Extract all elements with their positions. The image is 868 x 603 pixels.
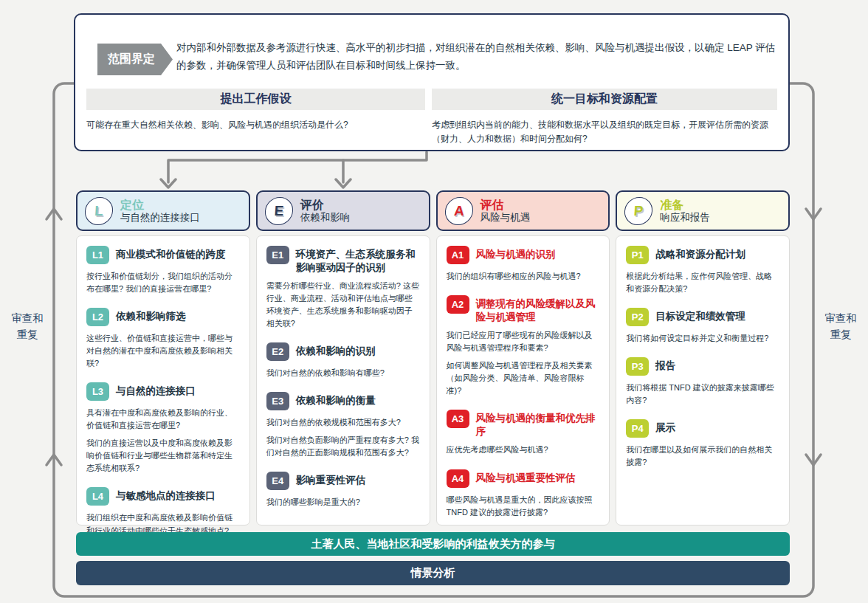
- task-card: L2 依赖和影响筛选 这些行业、价值链和直接运营中，哪些与对自然的潜在中度和高度…: [86, 308, 240, 370]
- task-title: 目标设定和绩效管理: [655, 308, 745, 323]
- task-code-badge: P4: [626, 419, 649, 438]
- task-head: L2 依赖和影响筛选: [86, 308, 240, 326]
- task-head: E3 依赖和影响的衡量: [266, 392, 420, 410]
- task-question: 我们将根据 TNFD 建议的披露来披露哪些内容?: [626, 382, 779, 407]
- task-title: 风险与机遇的识别: [476, 246, 556, 261]
- assess-icon: A: [444, 197, 474, 225]
- prepare-header: P 准备 响应和报告: [616, 190, 790, 231]
- column-subtitle: 与自然的连接接口: [120, 212, 200, 224]
- column-subtitle: 依赖和影响: [300, 212, 351, 224]
- task-card: A4 风险与机遇重要性评估 哪些风险与机遇是重大的，因此应该按照 TNFD 建议…: [447, 469, 600, 519]
- task-question: 应优先考虑哪些风险与机遇?: [447, 444, 600, 456]
- task-head: E4 影响重要性评估: [266, 472, 420, 490]
- task-question: 哪些风险与机遇是重大的，因此应该按照 TNFD 建议的披露进行披露?: [447, 494, 600, 519]
- task-title: 展示: [655, 419, 675, 435]
- task-head: P2 目标设定和绩效管理: [626, 308, 779, 326]
- column-title: 评估: [480, 198, 531, 212]
- task-head: P4 展示: [626, 419, 779, 438]
- leap-columns: L 定位 与自然的连接接口 L1 商业模式和价值链的跨度 按行业和价值链划分，我…: [76, 190, 790, 526]
- task-title: 依赖和影响筛选: [116, 308, 186, 323]
- task-card: L1 商业模式和价值链的跨度 按行业和价值链划分，我们组织的活动分布在哪里? 我…: [86, 246, 240, 295]
- task-question: 我们的直接运营以及中度和高度依赖及影响价值链和行业与哪些生物群落和特定生态系统相…: [86, 437, 240, 475]
- task-card: P2 目标设定和绩效管理 我们将如何设定目标并定义和衡量过程?: [626, 308, 779, 345]
- alignment-question: 考虑到组织内当前的能力、技能和数据水平以及组织的既定目标，开展评估所需的资源（财…: [432, 118, 779, 145]
- task-code-badge: E1: [266, 246, 289, 264]
- task-card: P3 报告 我们将根据 TNFD 建议的披露来披露哪些内容?: [626, 357, 779, 407]
- hypothesis-header: 提出工作假设: [86, 89, 425, 110]
- locate-card: L1 商业模式和价值链的跨度 按行业和价值链划分，我们组织的活动分布在哪里? 我…: [76, 235, 250, 526]
- task-card: A3 风险与机遇的衡量和优先排序 应优先考虑哪些风险与机遇?: [447, 410, 600, 456]
- task-title: 风险与机遇的衡量和优先排序: [476, 410, 600, 438]
- task-code-badge: L3: [86, 382, 109, 401]
- task-question: 我们对自然负面影响的严重程度有多大? 我们对自然的正面影响规模和范围有多大?: [266, 434, 420, 459]
- task-title: 调整现有的风险缓解以及风险与机遇管理: [476, 295, 600, 323]
- task-question: 具有潜在中度和高度依赖及影响的行业、价值链和直接运营在哪里?: [86, 407, 240, 432]
- locate-header: L 定位 与自然的连接接口: [76, 190, 250, 231]
- task-code-badge: P2: [626, 308, 649, 326]
- task-head: A1 风险与机遇的识别: [447, 246, 600, 264]
- task-title: 依赖和影响的衡量: [296, 392, 376, 407]
- task-title: 环境资产、生态系统服务和影响驱动因子的识别: [296, 246, 420, 274]
- scoping-box: 范围界定 对内部和外部数据及参考源进行快速、高水平的初步扫描，对组织潜在的自然相…: [74, 13, 790, 151]
- evaluate-header: E 评价 依赖和影响: [256, 190, 430, 231]
- column-subtitle: 风险与机遇: [480, 212, 531, 224]
- task-title: 与敏感地点的连接接口: [116, 487, 216, 503]
- task-code-badge: A4: [447, 469, 469, 488]
- column-assess: A 评估 风险与机遇 A1 风险与机遇的识别 我们的组织有哪些相应的风险与机遇?…: [436, 190, 610, 526]
- task-head: A4 风险与机遇重要性评估: [447, 469, 600, 488]
- task-code-badge: L1: [86, 246, 109, 264]
- column-title: 定位: [120, 198, 200, 212]
- task-head: L3 与自然的连接接口: [86, 382, 240, 401]
- leap-framework-diagram: { "palette":{ "text":"#253746", "border_…: [0, 0, 868, 603]
- scoping-description: 对内部和外部数据及参考源进行快速、高水平的初步扫描，对组织潜在的自然相关依赖、影…: [176, 39, 780, 74]
- task-question: 这些行业、价值链和直接运营中，哪些与对自然的潜在中度和高度依赖及影响相关联?: [86, 332, 240, 370]
- task-head: A3 风险与机遇的衡量和优先排序: [447, 410, 600, 438]
- task-title: 依赖和影响的识别: [296, 342, 376, 358]
- task-card: A2 调整现有的风险缓解以及风险与机遇管理 我们已经应用了哪些现有的风险缓解以及…: [447, 295, 600, 397]
- scoping-connector: [168, 152, 427, 182]
- task-head: E1 环境资产、生态系统服务和影响驱动因子的识别: [266, 246, 420, 274]
- assess-header: A 评估 风险与机遇: [436, 190, 610, 231]
- review-repeat-label-right: 审查和 重复: [818, 311, 864, 343]
- scenario-analysis-banner: 情景分析: [76, 561, 790, 585]
- column-locate: L 定位 与自然的连接接口 L1 商业模式和价值链的跨度 按行业和价值链划分，我…: [76, 190, 250, 526]
- task-question: 我们在哪里以及如何展示我们的自然相关披露?: [626, 444, 779, 469]
- alignment-header: 统一目标和资源配置: [432, 89, 777, 110]
- column-title: 准备: [660, 198, 710, 212]
- task-head: E2 依赖和影响的识别: [266, 342, 420, 361]
- column-subtitle: 响应和报告: [660, 212, 710, 224]
- task-card: P1 战略和资源分配计划 根据此分析结果，应作何风险管理、战略和资源分配决策?: [626, 246, 779, 295]
- evaluate-card: E1 环境资产、生态系统服务和影响驱动因子的识别 需要分析哪些行业、商业流程或活…: [256, 235, 430, 526]
- task-code-badge: E4: [266, 472, 289, 490]
- review-repeat-line2: 重复: [818, 327, 864, 343]
- review-repeat-line1: 审查和: [818, 311, 864, 327]
- task-card: A1 风险与机遇的识别 我们的组织有哪些相应的风险与机遇?: [447, 246, 600, 283]
- task-code-badge: A3: [447, 410, 469, 428]
- task-title: 报告: [655, 357, 675, 373]
- task-code-badge: E2: [266, 342, 289, 361]
- task-title: 与自然的连接接口: [116, 382, 196, 398]
- task-code-badge: E3: [266, 392, 289, 410]
- evaluate-icon: E: [264, 197, 294, 225]
- task-question: 需要分析哪些行业、商业流程或活动? 这些行业、商业流程、活动和评估地点与哪些环境…: [266, 280, 420, 330]
- task-code-badge: P1: [626, 246, 649, 264]
- task-card: E1 环境资产、生态系统服务和影响驱动因子的识别 需要分析哪些行业、商业流程或活…: [266, 246, 420, 330]
- task-question: 按行业和价值链划分，我们组织的活动分布在哪里? 我们的直接运营在哪里?: [86, 270, 240, 295]
- task-head: A2 调整现有的风险缓解以及风险与机遇管理: [447, 295, 600, 323]
- review-repeat-line2: 重复: [4, 327, 50, 343]
- task-question: 我们将如何设定目标并定义和衡量过程?: [626, 332, 779, 345]
- task-code-badge: P3: [626, 357, 649, 376]
- task-code-badge: L4: [86, 487, 109, 506]
- task-head: P1 战略和资源分配计划: [626, 246, 779, 264]
- column-prepare: P 准备 响应和报告 P1 战略和资源分配计划 根据此分析结果，应作何风险管理、…: [616, 190, 790, 526]
- task-code-badge: L2: [86, 308, 109, 326]
- task-head: L4 与敏感地点的连接接口: [86, 487, 240, 506]
- review-repeat-line1: 审查和: [4, 311, 50, 327]
- task-question: 如何调整风险与机遇管理程序及相关要素（如风险分类、风险清单、风险容限标准)?: [447, 359, 600, 397]
- task-question: 我们的哪些影响是重大的?: [266, 496, 420, 509]
- column-evaluate: E 评价 依赖和影响 E1 环境资产、生态系统服务和影响驱动因子的识别 需要分析…: [256, 190, 430, 526]
- scoping-tag: 范围界定: [97, 44, 173, 75]
- task-title: 风险与机遇重要性评估: [476, 469, 576, 485]
- task-question: 我们对自然的依赖和影响有哪些?: [266, 367, 420, 379]
- prepare-icon: P: [624, 197, 654, 225]
